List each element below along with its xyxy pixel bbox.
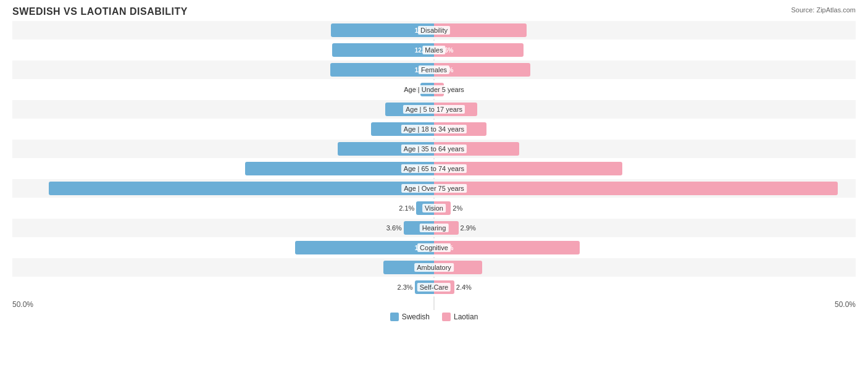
center-label: Age | 5 to 17 years <box>403 105 465 114</box>
table-row: 11.4%10.1%Age | 35 to 64 years <box>12 140 856 158</box>
laotian-label: Laotian <box>454 313 478 321</box>
legend: Swedish Laotian <box>12 313 856 321</box>
center-label: Self-Care <box>417 283 451 292</box>
center-label: Age | 18 to 34 years <box>401 125 467 133</box>
table-row: 16.5%17.3%Cognitive <box>12 238 856 257</box>
center-label: Age | 35 to 64 years <box>401 145 467 153</box>
center-label: Males <box>422 46 445 54</box>
bottom-left-label: 50.0% <box>12 300 33 309</box>
bar-blue: 12.1% <box>332 43 434 57</box>
source-label: Source: ZipAtlas.com <box>791 6 856 14</box>
legend-swedish: Swedish <box>390 313 430 321</box>
table-row: 5.8%5.1%Age | 5 to 17 years <box>12 100 856 119</box>
chart-title: SWEDISH VS LAOTIAN DISABILITY <box>12 6 856 17</box>
table-row: 2.3%2.4%Self-Care <box>12 278 856 296</box>
table-row: 2.1%2%Vision <box>12 199 856 217</box>
center-label: Females <box>419 65 449 74</box>
right-value-label: 2.4% <box>454 284 472 291</box>
bar-blue: 16.5% <box>295 241 434 254</box>
swedish-label: Swedish <box>402 313 430 321</box>
center-label: Cognitive <box>417 243 451 252</box>
center-label: Disability <box>418 26 450 35</box>
center-label: Age | Under 5 years <box>401 85 467 94</box>
center-label: Age | 65 to 74 years <box>401 164 467 173</box>
table-row: 3.6%2.9%Hearing <box>12 219 856 237</box>
left-value-label: 2.3% <box>398 284 415 291</box>
table-row: 6%5.7%Ambulatory <box>12 258 856 277</box>
right-value-label: 2.9% <box>459 224 476 232</box>
swedish-color-box <box>390 313 399 321</box>
center-label: Ambulatory <box>414 263 454 272</box>
table-row: 45.7%47.9%Age | Over 75 years <box>12 179 856 198</box>
left-value-label: 2.1% <box>399 204 416 212</box>
bar-pink: 17.3% <box>434 241 580 254</box>
bar-pink: 10.6% <box>434 43 524 57</box>
chart-container: SWEDISH VS LAOTIAN DISABILITY Source: Zi… <box>0 0 868 378</box>
chart-area: 12.2%11%Disability12.1%10.6%Males12.3%11… <box>12 21 856 310</box>
bar-pink: 47.9% <box>434 182 838 195</box>
center-label: Hearing <box>420 224 449 232</box>
left-bar-container: 16.5% <box>295 241 434 254</box>
table-row: 12.1%10.6%Males <box>12 41 856 59</box>
right-value-label: 2% <box>451 204 462 212</box>
legend-laotian: Laotian <box>442 313 478 321</box>
laotian-color-box <box>442 313 451 321</box>
right-bar-container: 17.3% <box>434 241 580 254</box>
right-bar-container: 10.6% <box>434 43 524 57</box>
table-row: 1.6%1.2%Age | Under 5 years <box>12 80 856 99</box>
bar-blue: 45.7% <box>49 182 434 195</box>
table-row: 7.5%6.2%Age | 18 to 34 years <box>12 120 856 138</box>
bottom-right-label: 50.0% <box>835 300 856 309</box>
left-bar-container: 12.1% <box>332 43 434 57</box>
table-row: 12.3%11.4%Females <box>12 61 856 79</box>
left-bar-container: 45.7% <box>49 182 434 195</box>
table-row: 12.2%11%Disability <box>12 21 856 40</box>
right-bar-container: 47.9% <box>434 182 838 195</box>
table-row: 22.4%22.3%Age | 65 to 74 years <box>12 159 856 178</box>
center-label: Vision <box>422 204 446 212</box>
center-label: Age | Over 75 years <box>401 184 467 193</box>
left-value-label: 3.6% <box>386 224 404 232</box>
